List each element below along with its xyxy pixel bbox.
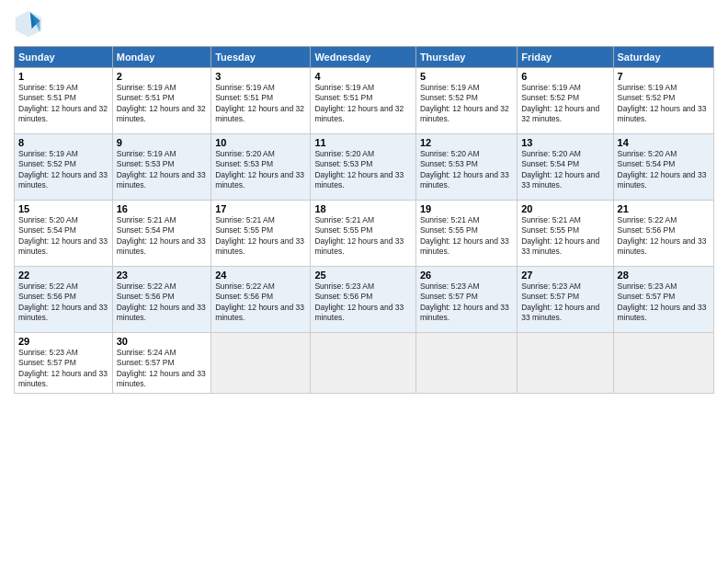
day-header-friday: Friday <box>518 47 613 68</box>
page: SundayMondayTuesdayWednesdayThursdayFrid… <box>0 0 728 563</box>
day-number: 9 <box>117 137 207 148</box>
day-number: 30 <box>117 336 207 347</box>
day-number: 15 <box>18 203 108 214</box>
calendar-cell: 27Sunrise: 5:23 AMSunset: 5:57 PMDayligh… <box>518 267 613 333</box>
calendar-cell: 24Sunrise: 5:22 AMSunset: 5:56 PMDayligh… <box>211 267 311 333</box>
calendar-cell: 23Sunrise: 5:22 AMSunset: 5:56 PMDayligh… <box>112 267 210 333</box>
day-detail: Sunrise: 5:23 AMSunset: 5:57 PMDaylight:… <box>618 282 710 324</box>
day-detail: Sunrise: 5:19 AMSunset: 5:52 PMDaylight:… <box>18 149 108 191</box>
calendar-cell: 13Sunrise: 5:20 AMSunset: 5:54 PMDayligh… <box>518 134 613 201</box>
day-detail: Sunrise: 5:23 AMSunset: 5:56 PMDaylight:… <box>314 282 412 324</box>
day-detail: Sunrise: 5:24 AMSunset: 5:57 PMDaylight:… <box>117 348 207 390</box>
calendar-cell: 7Sunrise: 5:19 AMSunset: 5:52 PMDaylight… <box>613 68 713 134</box>
day-number: 8 <box>18 137 108 148</box>
calendar-cell: 17Sunrise: 5:21 AMSunset: 5:55 PMDayligh… <box>211 201 311 267</box>
day-detail: Sunrise: 5:22 AMSunset: 5:56 PMDaylight:… <box>618 215 710 258</box>
day-detail: Sunrise: 5:20 AMSunset: 5:54 PMDaylight:… <box>618 149 710 191</box>
day-detail: Sunrise: 5:20 AMSunset: 5:53 PMDaylight:… <box>314 149 412 191</box>
day-detail: Sunrise: 5:21 AMSunset: 5:54 PMDaylight:… <box>117 215 207 258</box>
day-number: 19 <box>420 203 513 214</box>
day-detail: Sunrise: 5:19 AMSunset: 5:52 PMDaylight:… <box>420 83 513 125</box>
day-number: 26 <box>420 270 513 281</box>
calendar-cell: 12Sunrise: 5:20 AMSunset: 5:53 PMDayligh… <box>415 134 517 201</box>
calendar-cell: 3Sunrise: 5:19 AMSunset: 5:51 PMDaylight… <box>211 68 311 134</box>
day-detail: Sunrise: 5:19 AMSunset: 5:51 PMDaylight:… <box>18 83 108 125</box>
calendar-cell: 28Sunrise: 5:23 AMSunset: 5:57 PMDayligh… <box>613 267 713 333</box>
calendar-cell: 26Sunrise: 5:23 AMSunset: 5:57 PMDayligh… <box>415 267 517 333</box>
day-detail: Sunrise: 5:21 AMSunset: 5:55 PMDaylight:… <box>521 215 609 258</box>
calendar-cell: 11Sunrise: 5:20 AMSunset: 5:53 PMDayligh… <box>311 134 416 201</box>
calendar-cell: 8Sunrise: 5:19 AMSunset: 5:52 PMDaylight… <box>15 134 113 201</box>
day-number: 1 <box>18 71 108 82</box>
day-number: 11 <box>314 137 412 148</box>
day-detail: Sunrise: 5:21 AMSunset: 5:55 PMDaylight:… <box>420 215 513 258</box>
day-detail: Sunrise: 5:21 AMSunset: 5:55 PMDaylight:… <box>314 215 412 258</box>
day-detail: Sunrise: 5:23 AMSunset: 5:57 PMDaylight:… <box>18 348 108 390</box>
day-number: 14 <box>618 137 710 148</box>
day-number: 17 <box>215 203 306 214</box>
calendar-cell <box>211 333 311 394</box>
day-number: 28 <box>618 270 710 281</box>
day-number: 3 <box>215 71 306 82</box>
calendar-cell <box>311 333 416 394</box>
day-number: 10 <box>215 137 306 148</box>
day-number: 29 <box>18 336 108 347</box>
day-number: 6 <box>521 71 609 82</box>
calendar-cell: 10Sunrise: 5:20 AMSunset: 5:53 PMDayligh… <box>211 134 311 201</box>
calendar-cell: 1Sunrise: 5:19 AMSunset: 5:51 PMDaylight… <box>15 68 113 134</box>
day-number: 4 <box>314 71 412 82</box>
day-number: 22 <box>18 270 108 281</box>
calendar-cell: 22Sunrise: 5:22 AMSunset: 5:56 PMDayligh… <box>15 267 113 333</box>
calendar-cell: 16Sunrise: 5:21 AMSunset: 5:54 PMDayligh… <box>112 201 210 267</box>
calendar-week-row: 15Sunrise: 5:20 AMSunset: 5:54 PMDayligh… <box>15 201 714 267</box>
day-header-sunday: Sunday <box>15 47 113 68</box>
day-detail: Sunrise: 5:20 AMSunset: 5:54 PMDaylight:… <box>18 215 108 258</box>
day-header-tuesday: Tuesday <box>211 47 311 68</box>
calendar-cell <box>415 333 517 394</box>
calendar-week-row: 22Sunrise: 5:22 AMSunset: 5:56 PMDayligh… <box>15 267 714 333</box>
day-detail: Sunrise: 5:19 AMSunset: 5:52 PMDaylight:… <box>521 83 609 125</box>
day-detail: Sunrise: 5:19 AMSunset: 5:52 PMDaylight:… <box>618 83 710 125</box>
day-number: 16 <box>117 203 207 214</box>
calendar-cell: 30Sunrise: 5:24 AMSunset: 5:57 PMDayligh… <box>112 333 210 394</box>
day-detail: Sunrise: 5:19 AMSunset: 5:51 PMDaylight:… <box>215 83 306 125</box>
logo <box>14 9 47 39</box>
calendar-cell: 9Sunrise: 5:19 AMSunset: 5:53 PMDaylight… <box>112 134 210 201</box>
calendar-cell: 15Sunrise: 5:20 AMSunset: 5:54 PMDayligh… <box>15 201 113 267</box>
day-detail: Sunrise: 5:23 AMSunset: 5:57 PMDaylight:… <box>521 282 609 324</box>
day-detail: Sunrise: 5:21 AMSunset: 5:55 PMDaylight:… <box>215 215 306 258</box>
day-detail: Sunrise: 5:23 AMSunset: 5:57 PMDaylight:… <box>420 282 513 324</box>
calendar-cell <box>518 333 613 394</box>
calendar-cell: 14Sunrise: 5:20 AMSunset: 5:54 PMDayligh… <box>613 134 713 201</box>
day-header-thursday: Thursday <box>415 47 517 68</box>
day-number: 27 <box>521 270 609 281</box>
calendar-cell: 25Sunrise: 5:23 AMSunset: 5:56 PMDayligh… <box>311 267 416 333</box>
day-detail: Sunrise: 5:19 AMSunset: 5:53 PMDaylight:… <box>117 149 207 191</box>
day-header-monday: Monday <box>112 47 210 68</box>
day-detail: Sunrise: 5:20 AMSunset: 5:54 PMDaylight:… <box>521 149 609 191</box>
day-number: 5 <box>420 71 513 82</box>
day-number: 23 <box>117 270 207 281</box>
day-detail: Sunrise: 5:20 AMSunset: 5:53 PMDaylight:… <box>420 149 513 191</box>
day-number: 2 <box>117 71 207 82</box>
day-number: 20 <box>521 203 609 214</box>
calendar: SundayMondayTuesdayWednesdayThursdayFrid… <box>14 46 714 394</box>
calendar-week-row: 29Sunrise: 5:23 AMSunset: 5:57 PMDayligh… <box>15 333 714 394</box>
calendar-header-row: SundayMondayTuesdayWednesdayThursdayFrid… <box>15 47 714 68</box>
calendar-cell: 19Sunrise: 5:21 AMSunset: 5:55 PMDayligh… <box>415 201 517 267</box>
calendar-cell: 4Sunrise: 5:19 AMSunset: 5:51 PMDaylight… <box>311 68 416 134</box>
calendar-cell: 20Sunrise: 5:21 AMSunset: 5:55 PMDayligh… <box>518 201 613 267</box>
day-detail: Sunrise: 5:22 AMSunset: 5:56 PMDaylight:… <box>18 282 108 324</box>
day-number: 7 <box>618 71 710 82</box>
day-number: 13 <box>521 137 609 148</box>
calendar-cell: 18Sunrise: 5:21 AMSunset: 5:55 PMDayligh… <box>311 201 416 267</box>
day-number: 12 <box>420 137 513 148</box>
calendar-cell <box>613 333 713 394</box>
day-detail: Sunrise: 5:19 AMSunset: 5:51 PMDaylight:… <box>314 83 412 125</box>
day-detail: Sunrise: 5:20 AMSunset: 5:53 PMDaylight:… <box>215 149 306 191</box>
day-header-saturday: Saturday <box>613 47 713 68</box>
calendar-week-row: 1Sunrise: 5:19 AMSunset: 5:51 PMDaylight… <box>15 68 714 134</box>
day-number: 21 <box>618 203 710 214</box>
day-header-wednesday: Wednesday <box>311 47 416 68</box>
logo-icon <box>14 9 43 39</box>
